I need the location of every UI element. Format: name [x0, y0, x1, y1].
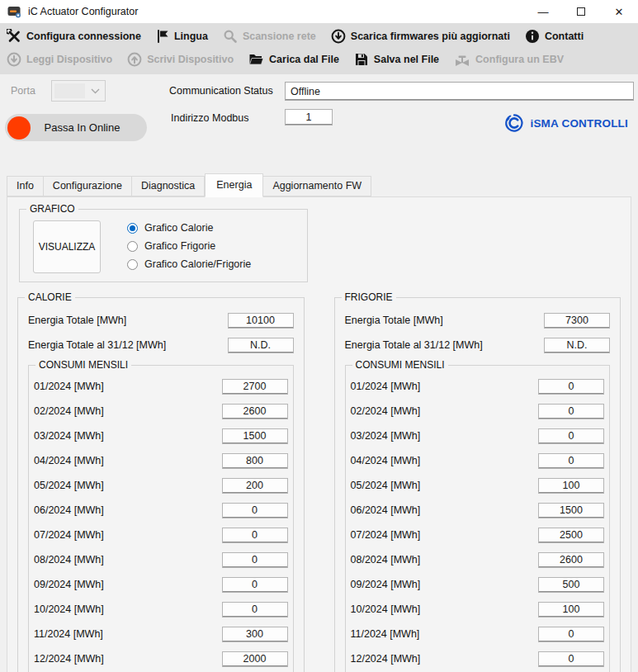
month-value-field[interactable]: 2500: [538, 528, 604, 543]
tab-info[interactable]: Info: [7, 176, 44, 196]
month-label: 11/2024 [MWh]: [351, 628, 420, 640]
go-online-button[interactable]: Passa In Online: [5, 114, 147, 141]
month-value-field[interactable]: 2600: [222, 404, 288, 419]
month-label: 12/2024 [MWh]: [351, 653, 421, 665]
month-label: 02/2024 [MWh]: [34, 405, 104, 417]
month-value-field[interactable]: 0: [222, 528, 288, 543]
month-value-field[interactable]: 0: [222, 552, 288, 568]
frigorie-total-3112-label: Energia Totale al 31/12 [MWh]: [345, 339, 483, 351]
month-row: 04/2024 [MWh] 800: [34, 448, 290, 473]
radio-grafico-calorie[interactable]: Grafico Calorie: [127, 222, 251, 234]
month-row: 05/2024 [MWh] 100: [351, 473, 607, 498]
energia-tab-panel: GRAFICO VISUALIZZA Grafico Calorie Grafi…: [7, 196, 631, 672]
month-row: 09/2024 [MWh] 0: [34, 572, 290, 597]
grafico-group: GRAFICO VISUALIZZA Grafico Calorie Grafi…: [19, 209, 308, 282]
month-row: 12/2024 [MWh] 2000: [34, 646, 290, 671]
maximize-button[interactable]: [562, 0, 600, 23]
tab-aggiornamento-fw[interactable]: Aggiornamento FW: [263, 176, 371, 196]
month-value-field[interactable]: 500: [538, 577, 604, 593]
month-value-field[interactable]: 0: [538, 453, 604, 469]
modbus-address-label: Indirizzo Modbus: [171, 112, 249, 124]
month-row: 07/2024 [MWh] 2500: [351, 523, 607, 547]
month-row: 06/2024 [MWh] 0: [34, 498, 290, 523]
month-value-field[interactable]: 0: [538, 428, 604, 444]
tab-energia[interactable]: Energia: [205, 173, 263, 197]
close-button[interactable]: ✕: [600, 0, 638, 23]
month-row: 07/2024 [MWh] 0: [34, 523, 290, 547]
frigorie-total-3112-field[interactable]: N.D.: [544, 338, 610, 353]
month-row: 04/2024 [MWh] 0: [351, 448, 607, 473]
radio-dot-icon: [127, 241, 138, 252]
chevron-down-icon: [91, 88, 100, 94]
language-button[interactable]: Lingua: [156, 29, 208, 44]
month-row: 08/2024 [MWh] 0: [34, 547, 290, 572]
contacts-button[interactable]: Contatti: [525, 29, 584, 44]
calorie-total-field[interactable]: 10100: [228, 313, 294, 329]
frigorie-monthly-rows: 01/2024 [MWh] 0 02/2024 [MWh] 0 03/2024 …: [351, 374, 607, 671]
valve-icon: [454, 52, 470, 67]
month-row: 01/2024 [MWh] 2700: [34, 374, 290, 399]
app-icon: [7, 6, 21, 18]
toolbar: Configura connessione Lingua Scansione r…: [0, 23, 638, 74]
maximize-icon: [577, 7, 585, 16]
month-value-field[interactable]: 200: [222, 478, 288, 494]
month-value-field[interactable]: 2000: [222, 651, 288, 667]
month-value-field[interactable]: 100: [538, 478, 604, 494]
minimize-button[interactable]: —: [524, 0, 562, 23]
month-label: 11/2024 [MWh]: [34, 628, 103, 640]
frigorie-total-field[interactable]: 7300: [544, 313, 610, 329]
month-label: 08/2024 [MWh]: [351, 554, 421, 566]
isma-logo-icon: [503, 112, 525, 134]
month-value-field[interactable]: 2600: [538, 552, 604, 568]
radio-dot-icon: [127, 223, 138, 234]
save-to-file-button[interactable]: Salva nel File: [354, 52, 439, 67]
month-value-field[interactable]: 300: [222, 627, 288, 642]
porta-dropdown: [51, 80, 106, 102]
frigorie-group-title: FRIGORIE: [342, 291, 396, 303]
month-row: 10/2024 [MWh] 100: [351, 597, 607, 622]
magnifier-icon: [223, 29, 238, 44]
month-value-field[interactable]: 0: [222, 602, 288, 618]
tab-diagnostica[interactable]: Diagnostica: [132, 176, 205, 196]
month-value-field[interactable]: 0: [222, 577, 288, 593]
frigorie-total-label: Energia Totale [MWh]: [345, 315, 443, 326]
month-value-field[interactable]: 800: [222, 453, 288, 469]
communication-status-label: Communication Status: [169, 85, 273, 97]
title-bar: iC Actuator Configurator — ✕: [0, 0, 638, 23]
month-row: 03/2024 [MWh] 1500: [34, 424, 290, 448]
radio-dot-icon: [127, 259, 138, 270]
month-label: 01/2024 [MWh]: [351, 381, 421, 392]
radio-grafico-frigorie[interactable]: Grafico Frigorie: [127, 240, 251, 252]
month-value-field[interactable]: 1500: [538, 503, 604, 518]
tab-strip: Info Configurazione Diagnostica Energia …: [7, 173, 638, 196]
month-value-field[interactable]: 0: [538, 651, 604, 667]
month-value-field[interactable]: 1500: [222, 428, 288, 444]
frigorie-group: FRIGORIE Energia Totale [MWh] 7300 Energ…: [334, 297, 621, 672]
month-value-field[interactable]: 100: [538, 602, 604, 618]
calorie-monthly-title: CONSUMI MENSILI: [35, 359, 131, 371]
wrench-screwdriver-icon: [7, 29, 21, 44]
month-value-field[interactable]: 0: [538, 627, 604, 642]
month-row: 12/2024 [MWh] 0: [351, 646, 607, 671]
month-value-field[interactable]: 0: [538, 404, 604, 419]
month-value-field[interactable]: 0: [222, 503, 288, 518]
communication-status-field[interactable]: Offline: [285, 82, 634, 101]
configure-connection-button[interactable]: Configura connessione: [7, 29, 141, 44]
load-from-file-button[interactable]: Carica dal File: [248, 52, 339, 67]
read-device-button: Leggi Dispositivo: [7, 52, 112, 67]
write-device-button: Scrivi Dispositivo: [127, 52, 234, 67]
flag-icon: [156, 29, 169, 44]
month-value-field[interactable]: 0: [538, 379, 604, 395]
calorie-total-3112-field[interactable]: N.D.: [228, 338, 294, 353]
month-value-field[interactable]: 2700: [222, 379, 288, 395]
radio-grafico-calorie-frigorie[interactable]: Grafico Calorie/Frigorie: [127, 258, 251, 270]
visualizza-button[interactable]: VISUALIZZA: [33, 220, 101, 273]
tab-configurazione[interactable]: Configurazione: [44, 176, 132, 196]
month-row: 02/2024 [MWh] 0: [351, 399, 607, 424]
month-label: 07/2024 [MWh]: [351, 529, 421, 541]
month-label: 12/2024 [MWh]: [34, 653, 104, 665]
month-label: 05/2024 [MWh]: [351, 480, 421, 491]
download-firmwares-button[interactable]: Scarica firmwares più aggiornati: [331, 29, 510, 44]
month-label: 03/2024 [MWh]: [351, 430, 421, 442]
modbus-address-field[interactable]: 1: [285, 109, 333, 125]
